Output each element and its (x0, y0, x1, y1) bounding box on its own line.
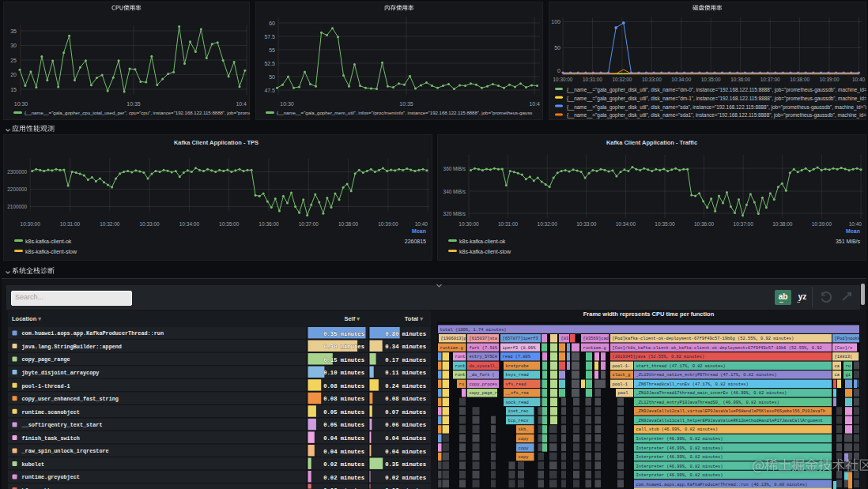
svg-text:_do_fork (: _do_fork ( (469, 373, 495, 378)
svg-text:Interpreter (46.99%, 0.82 minu: Interpreter (46.99%, 0.82 minutes) (636, 437, 723, 442)
svg-text:runt: runt (455, 355, 466, 359)
svg-text:ru: ru (846, 364, 851, 369)
svg-text:skb_: skb_ (519, 427, 530, 432)
svg-text:copy: copy (519, 446, 530, 451)
svg-text:[657877]iperf3: [657877]iperf3 (503, 337, 538, 341)
svg-text:iperf3 (8.06%: iperf3 (8.06% (503, 346, 537, 351)
svg-text:copy: copy (519, 437, 530, 442)
svg-text:_ZL19thread_native_entryP6Thre: _ZL19thread_native_entryP6Thread (47.17%… (636, 373, 777, 378)
svg-text:[Pod]kafka-client-ok-deploymen: [Pod]kafka-client-ok-deployment-67f9f49c… (613, 337, 794, 341)
svg-text:pool: pool (618, 391, 628, 396)
svg-text:runt: runt (455, 373, 466, 378)
svg-text:pool-1-: pool-1- (613, 364, 631, 369)
svg-text:Interpreter (46.99%, 0.82 minu: Interpreter (46.99%, 0.82 minutes) (636, 465, 723, 469)
svg-text:_ZN9JavaCalls12call_virtualEP9: _ZN9JavaCalls12call_virtualEP9JavaValueP… (636, 409, 825, 414)
svg-text:ca: ca (835, 364, 840, 369)
svg-text:_ZN10JavaThread17thread_main_i: _ZN10JavaThread17thread_main_innerEv (46… (636, 391, 787, 396)
svg-text:inet_rec: inet_rec (508, 409, 529, 414)
svg-text:read (7.88%: read (7.88% (503, 355, 531, 359)
svg-text:[2019345]java (52.55%, 0.92 mi: [2019345]java (52.55%, 0.92 minutes) (613, 355, 704, 359)
svg-text:copy_page_r: copy_page_r (470, 391, 498, 396)
svg-text:kretprobe: kretprobe (506, 364, 529, 369)
svg-text:clock_g: clock_g (613, 373, 631, 378)
svg-text:[1906013]p: [1906013]p (441, 337, 466, 341)
svg-text:fork (7.51%: fork (7.51% (470, 346, 498, 351)
svg-text:ksys_read: ksys_read (506, 373, 529, 378)
svg-text:[83569]cad: [83569]cad (583, 337, 609, 341)
svg-text:tcp_recv: tcp_recv (508, 419, 530, 423)
svg-text:sock_read: sock_read (506, 401, 529, 405)
svg-text:[Con]/k8s_kafka-client-ok_kafk: [Con]/k8s_kafka-client-ok_kafka-client-o… (613, 346, 822, 351)
svg-text:copy: copy (519, 455, 530, 460)
svg-text:[18813(: [18813( (835, 355, 853, 359)
svg-text:runtime.g: runtime.g (583, 346, 606, 351)
svg-text:ca: ca (835, 373, 840, 378)
svg-text:ru: ru (459, 382, 464, 387)
svg-text:start_thread (47.17%, 0.82 min: start_thread (47.17%, 0.82 minutes) (636, 364, 726, 369)
svg-text:runt: runt (455, 364, 466, 369)
svg-text:_ZL12thread_entryP10JavaThread: _ZL12thread_entryP10JavaThreadS0_ (46.99… (636, 401, 779, 405)
svg-text:[615037]sta: [615037]sta (470, 337, 498, 341)
svg-text:Interpreter (46.99%, 0.82 minu: Interpreter (46.99%, 0.82 minutes) (636, 473, 723, 478)
svg-text:Interpreter (46.99%, 0.82 minu: Interpreter (46.99%, 0.82 minutes) (636, 455, 723, 460)
svg-text:_ZN6Thread8call_runEv (47.17%,: _ZN6Thread8call_runEv (47.17%, 0.82 minu… (636, 382, 749, 387)
svg-text:[83: [83 (561, 337, 569, 341)
svg-text:com.huawei.aops.app.KafkaProdu: com.huawei.aops.app.KafkaProducerThread:… (636, 483, 808, 487)
svg-text:gi: gi (846, 373, 851, 378)
svg-text:call_stub (46.99%, 0.82 minute: call_stub (46.99%, 0.82 minutes) (636, 427, 719, 432)
svg-text:__vfs_rea: __vfs_rea (505, 391, 530, 396)
svg-text:runtime.g: runtime.g (440, 346, 463, 351)
svg-text:Interpreter (46.99%, 0.82 minu: Interpreter (46.99%, 0.82 minutes) (636, 446, 723, 451)
svg-text:entry_SYSCA: entry_SYSCA (470, 355, 498, 359)
svg-text:pool-1: pool-1 (613, 382, 628, 387)
svg-text:do_syscall_: do_syscall_ (470, 364, 498, 369)
svg-text:[Con]/v: [Con]/v (835, 346, 853, 351)
svg-text:copy_proces: copy_proces (470, 382, 498, 387)
svg-text:total (100%, 1.74 minutes): total (100%, 1.74 minutes) (440, 328, 507, 333)
svg-text:[Pod]nook8: [Pod]nook8 (835, 337, 860, 341)
svg-text:vfs_read: vfs_read (506, 382, 526, 387)
svg-text:_ZN9JavaCalls11call_helperEP9J: _ZN9JavaCalls11call_helperEP9JavaValueRK… (636, 419, 823, 423)
